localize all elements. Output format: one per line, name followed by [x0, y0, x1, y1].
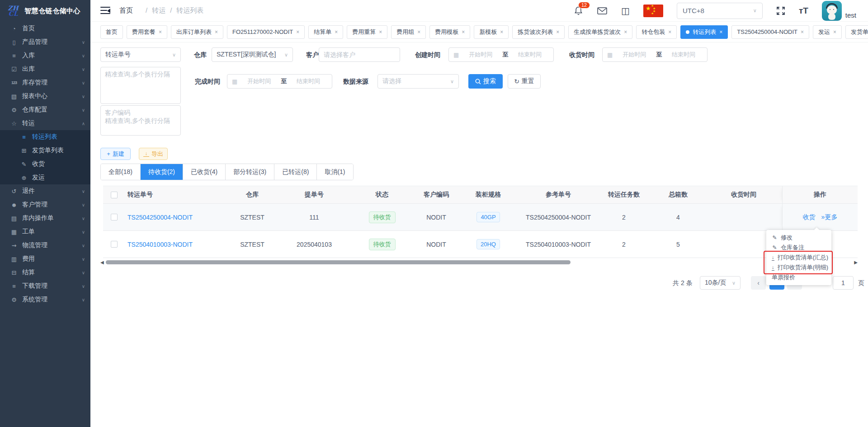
- sidebar-item-home[interactable]: ◔首页: [0, 22, 90, 35]
- close-icon[interactable]: ×: [668, 29, 671, 35]
- china-flag-icon[interactable]: ★★★★★: [643, 5, 663, 17]
- created-start-placeholder[interactable]: 开始时间: [462, 51, 500, 59]
- sidebar-item-returns[interactable]: ↺退件∨: [0, 184, 90, 198]
- close-icon[interactable]: ×: [215, 29, 218, 35]
- row-checkbox[interactable]: [111, 241, 118, 248]
- tab-generate-pick-wave[interactable]: 生成按单拣货波次×: [568, 25, 632, 39]
- received-start-placeholder[interactable]: 开始时间: [615, 51, 653, 59]
- completed-time-range[interactable]: ▦开始时间至结束时间: [227, 74, 332, 89]
- tab-home[interactable]: 首页: [100, 25, 123, 39]
- tab-fo-order[interactable]: FO2511270002-NODIT×: [227, 25, 305, 39]
- font-size-icon[interactable]: тT: [799, 6, 808, 16]
- tab-fee-package[interactable]: 费用套餐×: [127, 25, 167, 39]
- more-action-link[interactable]: »更多: [821, 213, 838, 221]
- breadcrumb-transfer-list[interactable]: 转运列表: [176, 6, 203, 15]
- timezone-select[interactable]: UTC+8∨: [677, 3, 763, 19]
- menu-item-single-quote[interactable]: 单票报价: [766, 272, 831, 282]
- close-icon[interactable]: ×: [719, 29, 722, 35]
- tab-ts-order[interactable]: TS2504250004-NODIT×: [731, 25, 809, 39]
- menu-item-print-receipt-detail[interactable]: ↓打印收货清单(明细): [766, 263, 831, 272]
- notification-bell-icon[interactable]: 12: [574, 6, 583, 16]
- tab-settlement-bill[interactable]: 结算单×: [308, 25, 343, 39]
- tab-outbound-orders[interactable]: 出库订单列表×: [171, 25, 223, 39]
- status-tab-partial-transfer[interactable]: 部分转运(3): [226, 164, 274, 180]
- breadcrumb-home[interactable]: 首页: [119, 6, 141, 15]
- status-tab-pending-receive[interactable]: 待收货(2): [141, 164, 183, 180]
- columns-book-icon[interactable]: ◫: [621, 6, 630, 15]
- completed-end-placeholder[interactable]: 结束时间: [289, 77, 327, 85]
- close-icon[interactable]: ×: [417, 29, 420, 35]
- menu-item-print-receipt-summary[interactable]: ↓打印收货清单(汇总): [766, 253, 831, 263]
- sidebar-item-dispatch[interactable]: ⊕发运: [0, 171, 90, 184]
- breadcrumb-transfer[interactable]: 转运: [152, 6, 165, 15]
- close-icon[interactable]: ×: [296, 29, 299, 35]
- close-icon[interactable]: ×: [801, 29, 804, 35]
- sidebar-item-products[interactable]: ▯产品管理∨: [0, 35, 90, 49]
- close-icon[interactable]: ×: [833, 29, 836, 35]
- sidebar-item-warehouse-config[interactable]: ⚙仓库配置∨: [0, 103, 90, 117]
- tab-fee-group[interactable]: 费用组×: [391, 25, 426, 39]
- tab-transfer-list[interactable]: 转运列表×: [680, 25, 728, 39]
- search-button[interactable]: 搜索: [468, 74, 503, 89]
- created-end-placeholder[interactable]: 结束时间: [511, 51, 549, 59]
- warehouse-select[interactable]: SZTEST[深圳测试仓]∨: [212, 47, 293, 62]
- received-time-range[interactable]: ▦开始时间至结束时间: [602, 47, 708, 62]
- mail-icon[interactable]: [597, 6, 608, 15]
- scroll-right-icon[interactable]: ▶: [854, 260, 858, 265]
- sidebar-item-settlement[interactable]: ⊟结算∨: [0, 266, 90, 279]
- page-size-select[interactable]: 10条/页∨: [700, 276, 741, 290]
- transfer-no-field-select[interactable]: 转运单号∨: [100, 47, 181, 62]
- fullscreen-icon[interactable]: [776, 6, 785, 15]
- status-tab-transferred[interactable]: 已转运(8): [274, 164, 317, 180]
- tab-transfer-packing[interactable]: 转仓包装×: [636, 25, 677, 39]
- prev-page-button[interactable]: ‹: [751, 276, 766, 290]
- sidebar-item-outbound[interactable]: ☑出库∨: [0, 62, 90, 76]
- export-button[interactable]: ↓导出: [139, 148, 168, 160]
- sidebar-item-logistics[interactable]: ⇝物流管理∨: [0, 239, 90, 252]
- avatar[interactable]: [822, 1, 842, 21]
- tab-shipment-list[interactable]: 发货单列表×: [845, 25, 868, 39]
- tab-fee-template[interactable]: 费用模板×: [429, 25, 470, 39]
- close-icon[interactable]: ×: [379, 29, 382, 35]
- close-icon[interactable]: ×: [556, 29, 559, 35]
- sidebar-item-inbound[interactable]: ≡入库∨: [0, 49, 90, 62]
- tab-new-template[interactable]: 新模板×: [474, 25, 509, 39]
- tab-fee-recalc[interactable]: 费用重算×: [347, 25, 387, 39]
- username[interactable]: test: [845, 11, 856, 19]
- sidebar-item-transfer-list[interactable]: ≡转运列表: [0, 130, 90, 144]
- customer-code-textarea[interactable]: [100, 105, 181, 136]
- reset-button[interactable]: ↻重置: [508, 74, 541, 89]
- menu-collapse-icon[interactable]: [100, 7, 110, 15]
- status-tab-all[interactable]: 全部(18): [101, 164, 141, 180]
- close-icon[interactable]: ×: [624, 29, 627, 35]
- status-tab-received[interactable]: 已收货(4): [183, 164, 226, 180]
- close-icon[interactable]: ×: [159, 29, 162, 35]
- sidebar-item-reports[interactable]: ▧报表中心∨: [0, 89, 90, 103]
- menu-item-warehouse-remark[interactable]: ✎仓库备注: [766, 243, 831, 253]
- row-checkbox[interactable]: [111, 214, 118, 221]
- tab-dispatch[interactable]: 发运×: [813, 25, 842, 39]
- received-end-placeholder[interactable]: 结束时间: [665, 51, 703, 59]
- transfer-no-link[interactable]: TS2504010003-NODIT: [127, 241, 193, 248]
- sidebar-item-shipment-list[interactable]: ⊞发货单列表: [0, 144, 90, 157]
- customer-input[interactable]: [324, 51, 395, 58]
- transfer-no-textarea[interactable]: [100, 67, 181, 104]
- sidebar-item-transfer[interactable]: ☆转运∧: [0, 117, 90, 130]
- sidebar-item-warehouse-ops[interactable]: ▤库内操作单∨: [0, 211, 90, 225]
- sidebar-item-downloads[interactable]: ≡下载管理∨: [0, 279, 90, 293]
- status-tab-cancelled[interactable]: 取消(1): [317, 164, 353, 180]
- create-button[interactable]: +新建: [100, 148, 131, 160]
- receive-action-link[interactable]: 收货: [803, 213, 816, 221]
- scrollbar-thumb[interactable]: [106, 260, 571, 264]
- sidebar-item-fees[interactable]: ▥费用∨: [0, 252, 90, 266]
- menu-item-edit[interactable]: ✎修改: [766, 233, 831, 243]
- select-all-checkbox[interactable]: [111, 192, 118, 198]
- data-source-select[interactable]: 请选择∨: [377, 74, 459, 89]
- page-jump-input[interactable]: [833, 276, 854, 290]
- completed-start-placeholder[interactable]: 开始时间: [240, 77, 278, 85]
- sidebar-item-receive[interactable]: ✎收货: [0, 157, 90, 171]
- close-icon[interactable]: ×: [500, 29, 503, 35]
- sidebar-item-system[interactable]: ⚙系统管理∨: [0, 293, 90, 306]
- close-icon[interactable]: ×: [335, 29, 338, 35]
- sidebar-item-inventory[interactable]: 123库存管理∨: [0, 76, 90, 89]
